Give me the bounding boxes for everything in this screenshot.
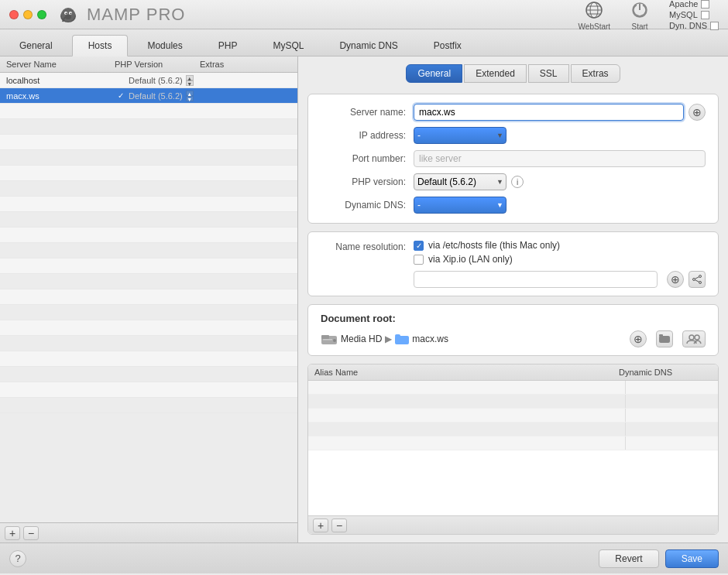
alias-col-dns: Dynamic DNS [619, 368, 712, 377]
list-item [0, 258, 297, 274]
name-resolution-label: Name resolution: [321, 240, 406, 252]
xip-input-wrap: ⊕ [414, 271, 706, 288]
xip-add-button[interactable]: ⊕ [667, 271, 684, 288]
tab-hosts[interactable]: Hosts [72, 35, 129, 56]
php-stepper-macxws[interactable]: ▲ ▼ [186, 91, 194, 101]
dynamic-dns-row: Dynamic DNS: - ▼ [321, 197, 706, 214]
drive-icon [321, 333, 338, 345]
list-header: Server Name PHP Version Extras [0, 56, 297, 73]
subtab-ssl[interactable]: SSL [528, 64, 569, 83]
add-host-button[interactable]: + [5, 526, 20, 540]
alias-row [308, 409, 718, 423]
subtab-extras[interactable]: Extras [571, 64, 620, 83]
mysql-checkbox[interactable] [701, 11, 709, 19]
dynamic-dns-select[interactable]: - [414, 197, 507, 214]
ip-address-select[interactable]: - [414, 127, 507, 144]
server-name-label: Server name: [321, 107, 406, 118]
svg-rect-21 [323, 339, 332, 341]
port-number-row: Port number: like server [321, 150, 706, 167]
dyndns-label: Dyn. DNS [669, 21, 707, 30]
php-stepper-localhost[interactable]: ▲ ▼ [186, 75, 194, 86]
app-title: MAMP PRO [87, 5, 185, 25]
svg-point-14 [693, 279, 695, 281]
xip-input[interactable] [414, 271, 658, 288]
list-item [0, 212, 297, 228]
nav-tabs: General Hosts Modules PHP MySQL Dynamic … [0, 29, 728, 56]
server-name-input[interactable] [414, 104, 684, 121]
col-php-version: PHP Version [115, 60, 200, 69]
server-settings-form: Server name: ⊕ IP address: - ▼ Port numb… [307, 94, 719, 224]
list-item[interactable]: macx.ws ✓ Default (5.6.2) ▲ ▼ [0, 88, 297, 104]
logo: MAMP PRO [56, 2, 185, 27]
start-button[interactable]: Start [629, 0, 651, 31]
save-button[interactable]: Save [665, 549, 719, 568]
tab-general[interactable]: General [3, 35, 69, 56]
doc-root-add-button[interactable]: ⊕ [630, 330, 647, 347]
doc-root-user-button[interactable] [682, 330, 706, 347]
mamp-elephant-icon [56, 2, 81, 27]
doc-root-folder-button[interactable] [656, 330, 673, 347]
window-controls [9, 10, 46, 19]
maximize-button[interactable] [37, 10, 46, 19]
list-item[interactable]: localhost Default (5.6.2) ▲ ▼ [0, 73, 297, 88]
svg-line-17 [695, 280, 699, 282]
via-etc-checkbox[interactable]: ✓ [414, 241, 424, 251]
alias-cell-name [308, 395, 625, 408]
php-up-macxws[interactable]: ▲ [186, 91, 194, 96]
name-resolution-container: Name resolution: ✓ via /etc/hosts file (… [321, 240, 706, 268]
svg-point-15 [699, 282, 702, 284]
close-button[interactable] [9, 10, 19, 19]
php-info-icon[interactable]: i [511, 176, 524, 188]
via-xip-checkbox[interactable] [414, 255, 424, 265]
tab-mysql[interactable]: MySQL [256, 35, 320, 56]
host-detail-panel: General Extended SSL Extras Server name:… [298, 56, 728, 542]
list-item [0, 305, 297, 320]
xip-share-button[interactable] [689, 271, 706, 288]
alias-cell-dns [625, 381, 718, 394]
add-alias-button[interactable]: + [313, 519, 328, 532]
php-version-select[interactable]: Default (5.6.2) [414, 173, 507, 190]
bottom-buttons: Revert Save [599, 549, 719, 568]
php-down-localhost[interactable]: ▼ [186, 80, 194, 86]
tab-php[interactable]: PHP [202, 35, 254, 56]
path-folder-label: macx.ws [412, 334, 448, 344]
port-number-label: Port number: [321, 153, 406, 164]
host-php-wrap: Default (5.6.2) ▲ ▼ [115, 74, 200, 87]
ip-address-row: IP address: - ▼ [321, 127, 706, 144]
host-php-macxws: Default (5.6.2) [129, 91, 183, 101]
folder-svg [395, 334, 409, 344]
php-up-localhost[interactable]: ▲ [186, 75, 194, 80]
via-etc-label: via /etc/hosts file (this Mac only) [428, 240, 560, 251]
subtab-extended[interactable]: Extended [464, 64, 527, 83]
php-version-label: PHP version: [321, 176, 406, 187]
svg-point-6 [65, 15, 71, 19]
tab-postfix[interactable]: Postfix [417, 35, 478, 56]
help-button[interactable]: ? [9, 550, 26, 567]
list-item [0, 274, 297, 289]
minimize-button[interactable] [23, 10, 33, 19]
tab-dynamic-dns[interactable]: Dynamic DNS [323, 35, 414, 56]
main-content: Server Name PHP Version Extras localhost… [0, 56, 728, 542]
revert-button[interactable]: Revert [599, 549, 658, 568]
apache-checkbox[interactable] [701, 0, 709, 9]
subtab-general[interactable]: General [406, 64, 462, 83]
alias-cell-name [308, 409, 625, 422]
list-toolbar: + − [0, 522, 297, 542]
dyndns-checkbox[interactable] [710, 22, 719, 30]
tab-modules[interactable]: Modules [131, 35, 198, 56]
alias-header: Alias Name Dynamic DNS [308, 365, 718, 381]
path-arrow: ▶ [385, 334, 392, 344]
alias-col-name: Alias Name [314, 368, 619, 377]
alias-row [308, 395, 718, 409]
bottom-bar: ? Revert Save [0, 542, 728, 573]
remove-host-button[interactable]: − [23, 526, 39, 540]
doc-root-buttons: ⊕ [625, 330, 706, 347]
apache-label: Apache [669, 0, 698, 9]
server-name-action-button[interactable]: ⊕ [689, 104, 706, 121]
remove-alias-button[interactable]: − [331, 519, 347, 532]
host-name-macxws: macx.ws [6, 91, 115, 101]
webstart-button[interactable]: WebStart [579, 0, 611, 31]
document-root-path: Media HD ▶ macx.ws [321, 333, 448, 345]
php-down-macxws[interactable]: ▼ [186, 96, 194, 101]
list-item [0, 243, 297, 258]
